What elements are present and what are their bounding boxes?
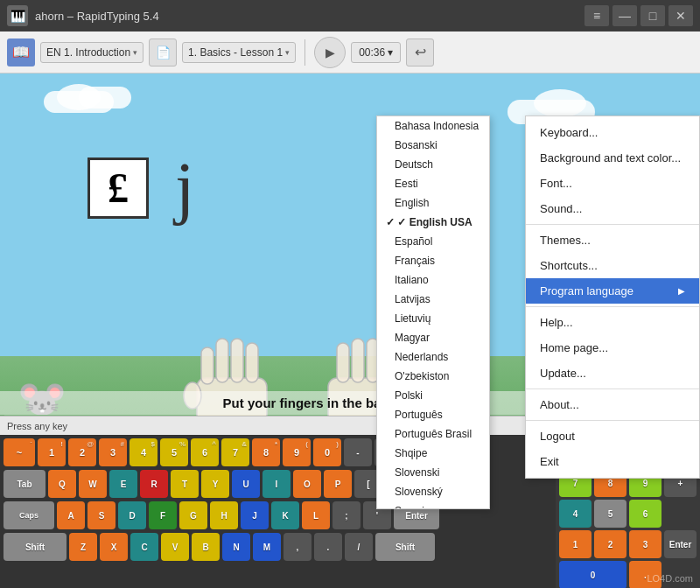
maximize-button[interactable]: □ <box>640 5 665 26</box>
menu-sep3 <box>526 388 699 389</box>
key-num-3: 3 <box>629 530 662 558</box>
lang-item-lietuviu[interactable]: Lietuvių <box>377 309 489 328</box>
toolbar: 📖 EN 1. Introduction ▾ 📄 1. Basics - Les… <box>0 32 700 74</box>
key-semicolon: ; <box>332 501 360 529</box>
lang-item-espanol[interactable]: Español <box>377 232 489 251</box>
program-language-arrow: ▶ <box>678 286 685 296</box>
app-icon: 🎹 <box>7 5 28 26</box>
key-shift-left: Shift <box>4 533 66 561</box>
lang-item-uzbek[interactable]: O'zbekiston <box>377 367 489 386</box>
menu-item-help[interactable]: Help... <box>526 310 699 335</box>
key-q: Q <box>48 470 76 498</box>
lang-item-slovensky[interactable]: Slovenský <box>377 482 489 501</box>
lesson-dropdown[interactable]: 1. Basics - Lesson 1 ▾ <box>182 42 296 63</box>
course-dropdown[interactable]: EN 1. Introduction ▾ <box>40 42 144 63</box>
menu-item-about[interactable]: About... <box>526 392 699 417</box>
key-num-4: 4 <box>559 500 592 528</box>
window-controls: ≡ — □ ✕ <box>584 5 693 26</box>
lang-item-magyar[interactable]: Magyar <box>377 328 489 347</box>
key-e: E <box>109 470 137 498</box>
key-r: R <box>140 470 168 498</box>
char2: j <box>175 148 194 228</box>
lang-item-nederlands[interactable]: Nederlands <box>377 347 489 367</box>
key-m: M <box>253 533 281 561</box>
menu-item-exit[interactable]: Exit <box>526 449 699 474</box>
undo-button[interactable]: ↩ <box>406 38 434 66</box>
lang-item-latvijas[interactable]: Latvijas <box>377 290 489 309</box>
char-box: £ <box>88 158 149 219</box>
timer-value: 00:36 <box>359 46 385 59</box>
lang-item-francais[interactable]: Français <box>377 251 489 270</box>
lang-item-eesti[interactable]: Eesti <box>377 174 489 193</box>
menu-sep2 <box>526 306 699 307</box>
main-area: £ j 🐭 Put your fingers in the base posit… <box>0 74 700 588</box>
main-menu: Keyboard... Background and text color...… <box>525 116 700 479</box>
menu-button[interactable]: ≡ <box>584 5 609 26</box>
key-slash: / <box>345 533 373 561</box>
lang-item-portugues_brasil[interactable]: Português Brasil <box>377 424 489 444</box>
key-j: J <box>241 501 269 529</box>
key-7: &7 <box>221 438 249 466</box>
lang-item-deutsch[interactable]: Deutsch <box>377 155 489 174</box>
key-i: I <box>262 470 290 498</box>
lang-item-bahasa[interactable]: Bahasa Indonesia <box>377 116 489 136</box>
key-minus: - <box>344 438 372 466</box>
menu-item-program-language[interactable]: Program language ▶ <box>526 278 699 304</box>
key-s: S <box>88 501 116 529</box>
lang-item-italiano[interactable]: Italiano <box>377 270 489 290</box>
lang-item-english_usa[interactable]: ✓ English USA <box>377 213 489 232</box>
title-bar: 🎹 ahorn – RapidTyping 5.4 ≡ — □ ✕ <box>0 0 700 32</box>
key-c: C <box>130 533 158 561</box>
key-5: %5 <box>160 438 188 466</box>
sep1 <box>304 39 305 66</box>
menu-item-themes[interactable]: Themes... <box>526 228 699 253</box>
key-v: V <box>161 533 189 561</box>
menu-item-shortcuts[interactable]: Shortcuts... <box>526 253 699 278</box>
lang-item-portugues[interactable]: Português <box>377 405 489 424</box>
key-x: X <box>100 533 128 561</box>
key-h: H <box>210 501 238 529</box>
menu-item-background[interactable]: Background and text color... <box>526 145 699 171</box>
char1: £ <box>108 164 129 212</box>
cloud2a <box>534 89 586 117</box>
key-0: )0 <box>313 438 341 466</box>
menu-item-keyboard[interactable]: Keyboard... <box>526 120 699 145</box>
lang-item-slovenski[interactable]: Slovenski <box>377 463 489 482</box>
key-tilde: ~` <box>4 438 35 466</box>
watermark: LO4D.com <box>647 573 693 584</box>
menu-item-sound[interactable]: Sound... <box>526 196 699 221</box>
key-n: N <box>222 533 250 561</box>
menu-item-font[interactable]: Font... <box>526 171 699 196</box>
lang-item-suomi[interactable]: Suomi <box>377 501 489 509</box>
lesson-label: 1. Basics - Lesson 1 <box>188 46 283 59</box>
lang-item-shqipe[interactable]: Shqipe <box>377 444 489 463</box>
key-num-6: 6 <box>629 500 662 528</box>
timer-display: 00:36 ▾ <box>351 42 401 63</box>
menu-item-logout[interactable]: Logout <box>526 424 699 449</box>
menu-sep4 <box>526 420 699 421</box>
lang-item-polski[interactable]: Polski <box>377 386 489 405</box>
key-a: A <box>57 501 85 529</box>
key-o: O <box>293 470 321 498</box>
key-2: @2 <box>68 438 96 466</box>
key-6: ^6 <box>191 438 219 466</box>
play-button[interactable]: ▶ <box>314 37 346 68</box>
key-d: D <box>118 501 146 529</box>
minimize-button[interactable]: — <box>612 5 637 26</box>
press-any-key-label: Press any key <box>7 421 67 431</box>
close-button[interactable]: ✕ <box>668 5 693 26</box>
lesson-arrow-icon: ▾ <box>285 48 290 57</box>
language-submenu: Bahasa IndonesiaBosanskiDeutschEestiEngl… <box>376 116 490 509</box>
key-k: K <box>271 501 299 529</box>
lang-item-english[interactable]: English <box>377 193 489 213</box>
menu-item-update[interactable]: Update... <box>526 360 699 386</box>
menu-item-homepage[interactable]: Home page... <box>526 335 699 360</box>
key-f: F <box>149 501 177 529</box>
key-comma: , <box>284 533 312 561</box>
key-num-2: 2 <box>594 530 626 558</box>
lesson-icon: 📄 <box>149 38 177 66</box>
cloud1b <box>79 87 131 108</box>
lang-item-bosanski[interactable]: Bosanski <box>377 136 489 155</box>
key-9: (9 <box>283 438 311 466</box>
key-num-5: 5 <box>594 500 626 528</box>
